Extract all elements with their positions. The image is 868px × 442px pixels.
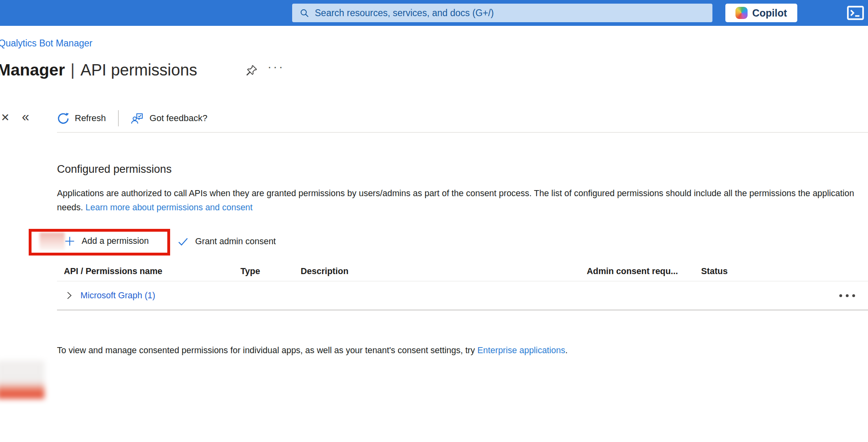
refresh-label: Refresh	[75, 113, 106, 124]
permissions-description: Applications are authorized to call APIs…	[57, 186, 865, 215]
toolbar-divider	[118, 110, 119, 126]
terminal-icon	[847, 6, 864, 20]
refresh-button[interactable]: Refresh	[57, 112, 106, 125]
column-header-description[interactable]: Description	[301, 266, 587, 277]
table-header-row: API / Permissions name Type Description …	[57, 262, 868, 281]
blurred-cursor-artifact	[40, 233, 65, 250]
got-feedback-button[interactable]: Got feedback?	[131, 112, 207, 125]
title-more-menu-button[interactable]: ···	[268, 60, 284, 73]
page-title: Manager | API permissions	[0, 61, 197, 80]
collapse-menu-icon[interactable]: «	[22, 110, 29, 123]
feedback-label: Got feedback?	[150, 113, 207, 124]
blurred-overlay-artifact	[0, 360, 44, 399]
table-row-microsoft-graph[interactable]: Microsoft Graph (1)	[57, 281, 868, 310]
page-title-section: API permissions	[80, 61, 197, 79]
refresh-icon	[57, 112, 70, 125]
grant-admin-consent-button[interactable]: Grant admin consent	[177, 235, 276, 247]
expand-chevron-icon[interactable]	[64, 290, 74, 301]
footer-note-text: To view and manage consented permissions…	[57, 346, 477, 355]
grant-admin-consent-label: Grant admin consent	[195, 237, 276, 247]
section-heading: Configured permissions	[57, 163, 172, 176]
checkmark-icon	[177, 235, 189, 247]
command-bar: Refresh Got feedback?	[57, 108, 207, 129]
global-search-input[interactable]: Search resources, services, and docs (G+…	[292, 4, 712, 22]
plus-icon	[64, 235, 76, 247]
page-title-app-name: Manager	[0, 61, 65, 80]
microsoft-graph-link[interactable]: Microsoft Graph (1)	[80, 291, 155, 301]
cloud-shell-button[interactable]	[846, 5, 865, 21]
copilot-button[interactable]: Copilot	[725, 4, 797, 22]
learn-more-link[interactable]: Learn more about permissions and consent	[86, 203, 253, 212]
search-placeholder: Search resources, services, and docs (G+…	[315, 8, 494, 19]
copilot-label: Copilot	[752, 7, 787, 19]
close-blade-icon[interactable]: ✕	[1, 112, 10, 123]
add-permission-button[interactable]: Add a permission	[64, 235, 149, 247]
footer-note: To view and manage consented permissions…	[57, 346, 568, 356]
breadcrumb-app-link[interactable]: Qualytics Bot Manager	[0, 38, 93, 49]
feedback-icon	[131, 112, 144, 125]
pin-button[interactable]	[244, 63, 259, 78]
pin-icon	[245, 64, 258, 77]
row-more-options-button[interactable]	[838, 291, 857, 300]
footer-note-period: .	[565, 346, 568, 355]
column-header-admin-consent-required[interactable]: Admin consent requ...	[587, 266, 701, 277]
azure-top-bar: Search resources, services, and docs (G+…	[0, 0, 868, 26]
column-header-api-permissions-name[interactable]: API / Permissions name	[64, 266, 240, 277]
column-header-type[interactable]: Type	[240, 266, 301, 277]
toolbar-underline	[57, 132, 868, 133]
permissions-table: API / Permissions name Type Description …	[57, 262, 868, 310]
search-icon	[299, 8, 309, 18]
copilot-logo-icon	[735, 7, 748, 19]
add-permission-label: Add a permission	[82, 236, 149, 246]
column-header-status[interactable]: Status	[701, 266, 868, 277]
page-title-separator: |	[71, 61, 75, 79]
enterprise-applications-link[interactable]: Enterprise applications	[477, 346, 565, 355]
